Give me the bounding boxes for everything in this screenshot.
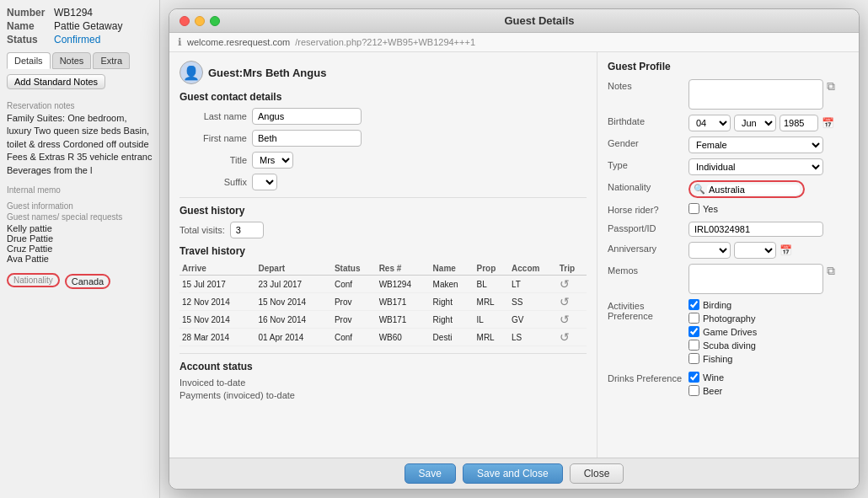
travel-recur-icon[interactable]: ↺ — [557, 276, 587, 293]
type-row: Type Individual Corporate Travel Agent — [608, 158, 849, 175]
url-bar: ℹ welcome.resrequest.com /reservation.ph… — [169, 33, 859, 52]
activity-checkbox[interactable] — [689, 326, 699, 337]
type-select[interactable]: Individual Corporate Travel Agent — [689, 158, 823, 175]
activities-label: Activities Preference — [608, 299, 683, 321]
travel-col-header: Arrive — [179, 262, 255, 276]
horse-rider-row: Horse rider? Yes — [608, 203, 849, 217]
left-panel: Number WB1294 Name Pattie Getaway Status… — [0, 0, 160, 498]
nationality-oval-right: 🔍 — [689, 180, 805, 198]
horse-rider-checkbox[interactable] — [689, 203, 699, 214]
travel-table-row: 28 Mar 201401 Apr 2014ConfWB60DestiMRLLS… — [179, 329, 587, 346]
notes-copy-icon[interactable]: ⧉ — [827, 79, 835, 94]
travel-cell: 28 Mar 2014 — [179, 329, 255, 346]
save-and-close-button[interactable]: Save and Close — [463, 463, 563, 484]
save-button[interactable]: Save — [405, 463, 456, 484]
travel-recur-icon[interactable]: ↺ — [557, 293, 587, 311]
close-button[interactable]: Close — [570, 463, 624, 484]
travel-cell: GV — [509, 311, 557, 329]
activity-row: Game Drives — [689, 326, 757, 337]
info-icon: ℹ — [178, 36, 182, 48]
travel-cell: BL — [474, 276, 510, 293]
drink-checkbox[interactable] — [689, 385, 699, 396]
travel-history-table: ArriveDepartStatusRes #NamePropAccomTrip… — [179, 262, 587, 346]
travel-cell: Prov — [332, 311, 377, 329]
birthdate-row: Birthdate 04 Jun 📅 — [608, 115, 849, 131]
guest-names-list: Kelly pattieDrue PattieCruz PattieAva Pa… — [7, 223, 153, 264]
anniversary-calendar-icon[interactable]: 📅 — [780, 244, 792, 256]
maximize-traffic-light[interactable] — [210, 16, 220, 26]
gender-select[interactable]: Female Male Other — [689, 137, 823, 153]
profile-section-title: Guest Profile — [608, 61, 849, 72]
tab-notes[interactable]: Notes — [52, 52, 92, 69]
travel-col-header: Depart — [255, 262, 331, 276]
payments-row: Payments (invoiced) to-date — [179, 390, 587, 400]
nationality-right-row: Nationality 🔍 — [608, 180, 849, 198]
travel-cell: 23 Jul 2017 — [255, 276, 331, 293]
total-visits-row: Total visits: — [179, 222, 587, 238]
first-name-input[interactable] — [252, 130, 362, 147]
travel-recur-icon[interactable]: ↺ — [557, 329, 587, 346]
status-label: Status — [7, 34, 51, 46]
traffic-lights — [179, 16, 220, 26]
birthdate-year-input[interactable] — [780, 115, 818, 131]
form-left: 👤 Guest:Mrs Beth Angus Guest contact det… — [169, 52, 597, 458]
status-value: Confirmed — [54, 34, 100, 46]
bottom-bar: Save Save and Close Close — [169, 458, 859, 489]
title-bar: Guest Details — [169, 9, 859, 33]
travel-recur-icon[interactable]: ↺ — [557, 311, 587, 329]
birthdate-calendar-icon[interactable]: 📅 — [822, 117, 834, 129]
horse-rider-label: Horse rider? — [608, 203, 683, 215]
add-standard-notes-button[interactable]: Add Standard Notes — [7, 74, 105, 89]
guest-header: 👤 Guest:Mrs Beth Angus — [179, 61, 587, 84]
travel-col-header: Trip — [557, 262, 587, 276]
travel-cell: Right — [431, 293, 474, 311]
drinks-row: Drinks Preference WineBeer — [608, 372, 849, 399]
guest-name-item: Ava Pattie — [7, 254, 153, 264]
travel-cell: IL — [474, 311, 510, 329]
tab-extra[interactable]: Extra — [93, 52, 130, 69]
suffix-label: Suffix — [179, 177, 247, 187]
dialog-content: 👤 Guest:Mrs Beth Angus Guest contact det… — [169, 52, 859, 458]
url-path: /reservation.php?212+WB95+WB1294+++1 — [295, 37, 475, 47]
anniversary-day-select[interactable] — [689, 242, 731, 259]
anniversary-month-select[interactable] — [734, 242, 776, 259]
activity-label: Photography — [703, 313, 755, 324]
activity-checkbox[interactable] — [689, 353, 699, 364]
dialog-title: Guest Details — [230, 14, 849, 27]
guest-info-block: Guest information Guest names/ special r… — [7, 201, 153, 264]
minimize-traffic-light[interactable] — [195, 16, 205, 26]
travel-table-row: 15 Nov 201416 Nov 2014ProvWB171RightILGV… — [179, 311, 587, 329]
passport-input[interactable] — [689, 222, 823, 237]
activity-checkbox[interactable] — [689, 299, 699, 310]
memos-textarea[interactable] — [689, 264, 823, 294]
memos-label: Memos — [608, 264, 683, 276]
travel-cell: 01 Apr 2014 — [255, 329, 331, 346]
memos-copy-icon[interactable]: ⧉ — [827, 264, 835, 278]
birthdate-day-select[interactable]: 04 — [689, 115, 731, 131]
travel-cell: Conf — [332, 329, 377, 346]
nationality-search-icon[interactable]: 🔍 — [694, 184, 705, 195]
drink-row: Wine — [689, 372, 724, 383]
last-name-input[interactable] — [252, 108, 362, 125]
invoiced-row: Invoiced to-date — [179, 378, 587, 388]
activity-checkbox[interactable] — [689, 313, 699, 324]
drink-label: Beer — [703, 386, 722, 396]
suffix-select[interactable] — [252, 174, 277, 190]
tab-details[interactable]: Details — [7, 52, 51, 69]
profile-notes-textarea[interactable] — [689, 79, 823, 110]
activity-checkbox[interactable] — [689, 340, 699, 351]
guest-history-title: Guest history — [179, 205, 587, 217]
birthdate-month-select[interactable]: Jun — [734, 115, 776, 131]
travel-cell: 15 Nov 2014 — [255, 293, 331, 311]
horse-rider-text: Yes — [703, 204, 718, 214]
birthdate-label: Birthdate — [608, 115, 683, 126]
activity-row: Scuba diving — [689, 340, 757, 351]
title-select[interactable]: Mrs Mr Ms Dr — [252, 152, 293, 169]
travel-cell: Maken — [431, 276, 474, 293]
total-visits-input[interactable] — [230, 222, 264, 238]
close-traffic-light[interactable] — [179, 16, 190, 26]
drink-label: Wine — [703, 372, 724, 383]
drink-checkbox[interactable] — [689, 372, 699, 383]
number-label: Number — [7, 7, 51, 19]
nationality-input[interactable] — [707, 185, 800, 195]
